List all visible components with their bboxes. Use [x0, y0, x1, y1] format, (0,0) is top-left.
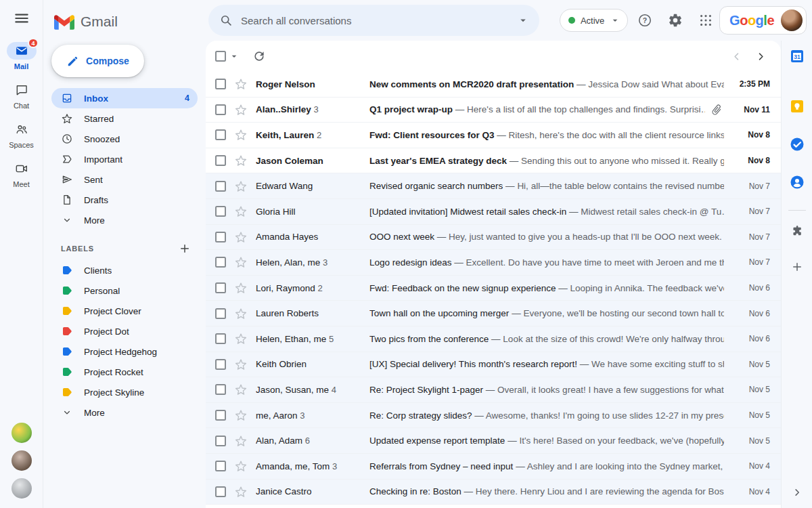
select-checkbox[interactable] [215, 436, 226, 446]
contacts-icon[interactable] [787, 172, 807, 192]
star-icon[interactable] [234, 205, 248, 218]
email-row[interactable]: Helen, Alan, me 3Logo redesign ideas — E… [206, 250, 781, 276]
email-row[interactable]: Keith Obrien[UX] Special delivery! This … [206, 352, 781, 378]
select-checkbox[interactable] [215, 155, 226, 166]
sidebar-label-clients[interactable]: Clients [51, 260, 198, 280]
star-icon[interactable] [234, 459, 248, 473]
select-checkbox[interactable] [215, 104, 226, 115]
newer-page-chevron-left-icon[interactable] [724, 44, 748, 68]
star-icon[interactable] [234, 332, 248, 345]
select-checkbox[interactable] [215, 232, 226, 242]
select-checkbox[interactable] [215, 257, 226, 268]
get-addons-plus-icon[interactable] [788, 258, 806, 276]
select-checkbox[interactable] [215, 206, 226, 217]
star-icon[interactable] [234, 103, 248, 117]
star-icon[interactable] [234, 281, 248, 295]
search-options-caret-icon[interactable] [510, 7, 537, 34]
star-icon[interactable] [234, 485, 248, 499]
sidebar-label-project-dot[interactable]: Project Dot [51, 321, 198, 341]
star-icon[interactable] [234, 230, 248, 244]
sidebar-item-snoozed[interactable]: Snoozed [51, 129, 198, 149]
calendar-icon[interactable]: 31 [787, 46, 807, 66]
email-row[interactable]: Janice CastroChecking in re: Boston — He… [206, 480, 781, 505]
main-menu-icon[interactable] [13, 9, 30, 27]
email-sender: Jason, Susan, me 4 [256, 385, 369, 395]
select-checkbox[interactable] [215, 384, 226, 395]
sidebar-item-drafts[interactable]: Drafts [51, 190, 198, 210]
help-icon[interactable]: ? [631, 7, 658, 34]
sidebar-label-project-clover[interactable]: Project Clover [51, 301, 198, 321]
compose-button[interactable]: Compose [51, 45, 144, 77]
sidebar-item-important[interactable]: Important [51, 149, 198, 169]
sidebar-label-project-skyline[interactable]: Project Skyline [51, 382, 198, 402]
older-page-chevron-right-icon[interactable] [748, 44, 773, 68]
select-checkbox[interactable] [215, 359, 226, 370]
avatar[interactable] [12, 450, 32, 471]
select-dropdown-icon[interactable] [227, 49, 241, 63]
star-icon[interactable] [234, 128, 248, 142]
select-checkbox[interactable] [215, 308, 226, 319]
rail-item-meet[interactable]: Meet [0, 160, 43, 188]
star-icon[interactable] [234, 255, 248, 269]
star-icon[interactable] [234, 77, 248, 91]
search-input[interactable] [241, 15, 510, 26]
star-icon[interactable] [234, 358, 248, 371]
email-snippet: Everyone, we'll be hosting our second to… [523, 308, 724, 318]
sidebar-item-more[interactable]: More [51, 210, 198, 230]
select-checkbox[interactable] [215, 181, 226, 192]
user-avatar[interactable] [781, 9, 803, 31]
sidebar-item-sent[interactable]: Sent [51, 169, 198, 190]
star-icon[interactable] [234, 179, 248, 193]
star-icon[interactable] [234, 307, 248, 320]
addon-puzzle-icon[interactable] [788, 221, 806, 239]
email-row[interactable]: Roger NelsonNew comments on MCR2020 draf… [206, 72, 781, 98]
star-icon[interactable] [234, 383, 248, 396]
select-checkbox[interactable] [215, 410, 226, 421]
search-bar[interactable] [208, 5, 539, 36]
select-all-checkbox[interactable] [215, 51, 226, 62]
email-row[interactable]: Alan, Adam 6Updated expense report templ… [206, 428, 781, 454]
select-checkbox[interactable] [215, 129, 226, 140]
sidebar-label-personal[interactable]: Personal [51, 280, 198, 301]
sidebar-item-inbox[interactable]: Inbox4 [51, 88, 198, 108]
sidebar-label-project-rocket[interactable]: Project Rocket [51, 362, 198, 382]
keep-icon[interactable] [787, 96, 807, 117]
status-chip[interactable]: Active [560, 9, 628, 32]
rail-item-chat[interactable]: Chat [0, 81, 43, 110]
select-checkbox[interactable] [215, 333, 226, 344]
email-row[interactable]: Lori, Raymond 2Fwd: Feedback on the new … [206, 276, 781, 301]
email-row[interactable]: Jason, Susan, me 4Re: Project Skylight 1… [206, 377, 781, 403]
sidebar-item-starred[interactable]: Starred [51, 108, 198, 129]
avatar[interactable] [12, 478, 32, 499]
email-row[interactable]: Keith, Lauren 2Fwd: Client resources for… [206, 123, 781, 148]
add-label-icon[interactable] [179, 242, 191, 255]
email-row[interactable]: me, Aaron 3Re: Corp strategy slides? — A… [206, 403, 781, 429]
rail-item-mail[interactable]: 4Mail [0, 42, 43, 70]
email-row[interactable]: Amanda HayesOOO next week — Hey, just wa… [206, 225, 781, 251]
email-row[interactable]: Lauren RobertsTown hall on the upcoming … [206, 301, 781, 326]
settings-gear-icon[interactable] [662, 7, 689, 34]
select-checkbox[interactable] [215, 282, 226, 293]
email-subject-snippet: Checking in re: Boston — Hey there. Henr… [369, 486, 724, 496]
email-row[interactable]: Gloria Hill[Updated invitation] Midwest … [206, 199, 781, 225]
refresh-icon[interactable] [248, 45, 271, 68]
email-row[interactable]: Helen, Ethan, me 5Two pics from the conf… [206, 326, 781, 352]
select-checkbox[interactable] [215, 461, 226, 471]
sidebar-labels-more[interactable]: More [51, 402, 198, 423]
email-row[interactable]: Jason ColemanLast year's EMEA strategy d… [206, 148, 781, 174]
star-icon[interactable] [234, 154, 248, 167]
select-checkbox[interactable] [215, 79, 226, 89]
tasks-icon[interactable] [787, 134, 807, 154]
star-icon[interactable] [234, 434, 248, 448]
email-row[interactable]: Edward WangRevised organic search number… [206, 173, 781, 199]
apps-grid-icon[interactable] [692, 7, 719, 34]
select-checkbox[interactable] [215, 486, 226, 497]
google-account-chip[interactable]: Google [719, 6, 807, 35]
rail-item-spaces[interactable]: Spaces [0, 121, 43, 149]
sidebar-label-project-hedgehog[interactable]: Project Hedgehog [51, 341, 198, 362]
email-row[interactable]: Alan..Shirley 3Q1 project wrap-up — Here… [206, 98, 781, 123]
avatar[interactable] [12, 423, 32, 443]
expand-chevron-right-icon[interactable] [788, 484, 806, 501]
email-row[interactable]: Amanda, me, Tom 3Referrals from Sydney –… [206, 454, 781, 480]
star-icon[interactable] [234, 408, 248, 422]
